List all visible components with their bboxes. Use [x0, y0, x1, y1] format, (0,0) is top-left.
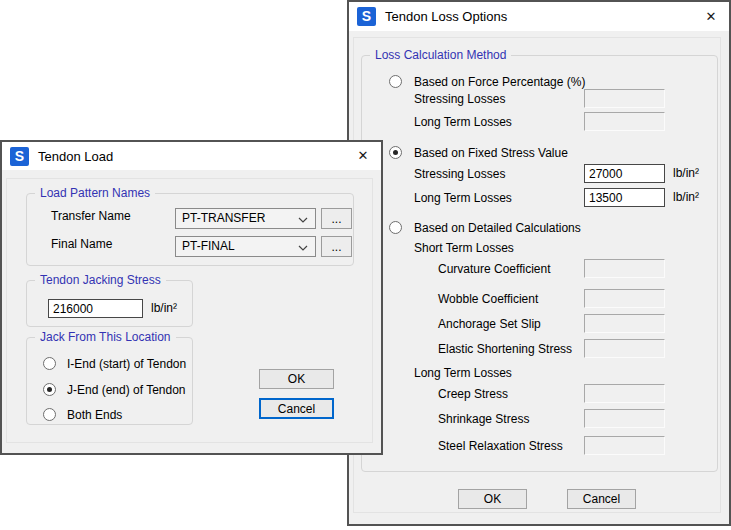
- wobble-coefficient-input: [584, 289, 665, 308]
- ok-button[interactable]: OK: [259, 369, 334, 389]
- app-logo-icon: S: [10, 147, 29, 166]
- elastic-shortening-input: [584, 339, 665, 358]
- chevron-down-icon: [298, 245, 308, 251]
- fixed-longterm-input[interactable]: [584, 188, 665, 207]
- radio-i-end[interactable]: [43, 357, 56, 370]
- close-icon[interactable]: ✕: [701, 7, 721, 27]
- radio-force-percentage[interactable]: [389, 75, 402, 88]
- final-browse-button[interactable]: ...: [321, 236, 352, 257]
- fixed-longterm-label: Long Term Losses: [414, 189, 512, 207]
- chevron-down-icon: [298, 217, 308, 223]
- group-caption: Loss Calculation Method: [370, 48, 511, 63]
- group-caption: Load Pattern Names: [35, 186, 155, 201]
- creep-stress-input: [584, 384, 665, 403]
- steel-relaxation-input: [584, 436, 665, 455]
- transfer-browse-button[interactable]: ...: [321, 208, 352, 229]
- wobble-coefficient-label: Wobble Coefficient: [438, 290, 538, 308]
- fixed-stressing-input[interactable]: [584, 164, 665, 183]
- cancel-button[interactable]: Cancel: [567, 489, 636, 509]
- elastic-shortening-label: Elastic Shortening Stress: [438, 340, 572, 358]
- creep-stress-label: Creep Stress: [438, 385, 508, 403]
- jack-location-group: Jack From This Location I-End (start) of…: [26, 337, 193, 425]
- loss-titlebar[interactable]: S Tendon Loss Options ✕: [349, 2, 729, 31]
- radio-j-end-label[interactable]: J-End (end) of Tendon: [67, 381, 186, 399]
- transfer-name-label: Transfer Name: [51, 207, 131, 225]
- radio-j-end[interactable]: [43, 383, 56, 396]
- anchorage-set-slip-label: Anchorage Set Slip: [438, 315, 541, 333]
- long-term-losses-header: Long Term Losses: [414, 364, 512, 382]
- force-pct-stressing-input: [584, 89, 665, 108]
- curvature-coefficient-label: Curvature Coefficient: [438, 260, 551, 278]
- tendon-loss-options-dialog: S Tendon Loss Options ✕ Loss Calculation…: [347, 0, 731, 526]
- radio-detailed-calculations[interactable]: [389, 221, 402, 234]
- radio-fixed-stress[interactable]: [389, 146, 402, 159]
- fixed-stressing-label: Stressing Losses: [414, 165, 505, 183]
- unit-label: lb/in²: [673, 188, 699, 207]
- steel-relaxation-label: Steel Relaxation Stress: [438, 437, 563, 455]
- force-pct-longterm-input: [584, 112, 665, 131]
- radio-i-end-label[interactable]: I-End (start) of Tendon: [67, 355, 186, 373]
- force-pct-longterm-label: Long Term Losses: [414, 113, 512, 131]
- load-pattern-names-group: Load Pattern Names Transfer Name PT-TRAN…: [26, 193, 354, 266]
- cancel-button[interactable]: Cancel: [259, 398, 334, 419]
- ok-button[interactable]: OK: [458, 489, 527, 509]
- transfer-name-value: PT-TRANSFER: [182, 211, 265, 225]
- close-icon[interactable]: ✕: [353, 146, 373, 166]
- final-name-combo[interactable]: PT-FINAL: [175, 236, 316, 257]
- unit-label: lb/in²: [673, 164, 699, 183]
- curvature-coefficient-input: [584, 259, 665, 278]
- shrinkage-stress-label: Shrinkage Stress: [438, 410, 529, 428]
- radio-fixed-stress-label[interactable]: Based on Fixed Stress Value: [414, 144, 568, 162]
- group-caption: Tendon Jacking Stress: [35, 273, 166, 288]
- desktop: S Tendon Loss Options ✕ Loss Calculation…: [0, 0, 731, 530]
- loss-calculation-method-group: Loss Calculation Method Based on Force P…: [361, 55, 718, 472]
- final-name-value: PT-FINAL: [182, 239, 235, 253]
- tendon-load-dialog: S Tendon Load ✕ Load Pattern Names Trans…: [0, 140, 383, 455]
- app-logo-icon: S: [357, 7, 376, 26]
- radio-both-ends-label[interactable]: Both Ends: [67, 406, 122, 424]
- load-titlebar[interactable]: S Tendon Load ✕: [2, 142, 381, 170]
- radio-detailed-calculations-label[interactable]: Based on Detailed Calculations: [414, 219, 581, 237]
- group-caption: Jack From This Location: [35, 330, 176, 345]
- jacking-stress-input[interactable]: [48, 299, 143, 318]
- tendon-jacking-stress-group: Tendon Jacking Stress lb/in²: [26, 280, 193, 327]
- radio-both-ends[interactable]: [43, 408, 56, 421]
- force-pct-stressing-label: Stressing Losses: [414, 90, 505, 108]
- final-name-label: Final Name: [51, 235, 112, 253]
- shrinkage-stress-input: [584, 409, 665, 428]
- short-term-losses-header: Short Term Losses: [414, 239, 514, 257]
- load-dialog-title: Tendon Load: [38, 149, 113, 164]
- transfer-name-combo[interactable]: PT-TRANSFER: [175, 208, 316, 229]
- loss-dialog-title: Tendon Loss Options: [385, 9, 507, 24]
- unit-label: lb/in²: [151, 299, 177, 318]
- radio-force-percentage-label[interactable]: Based on Force Percentage (%): [414, 73, 585, 91]
- anchorage-set-slip-input: [584, 314, 665, 333]
